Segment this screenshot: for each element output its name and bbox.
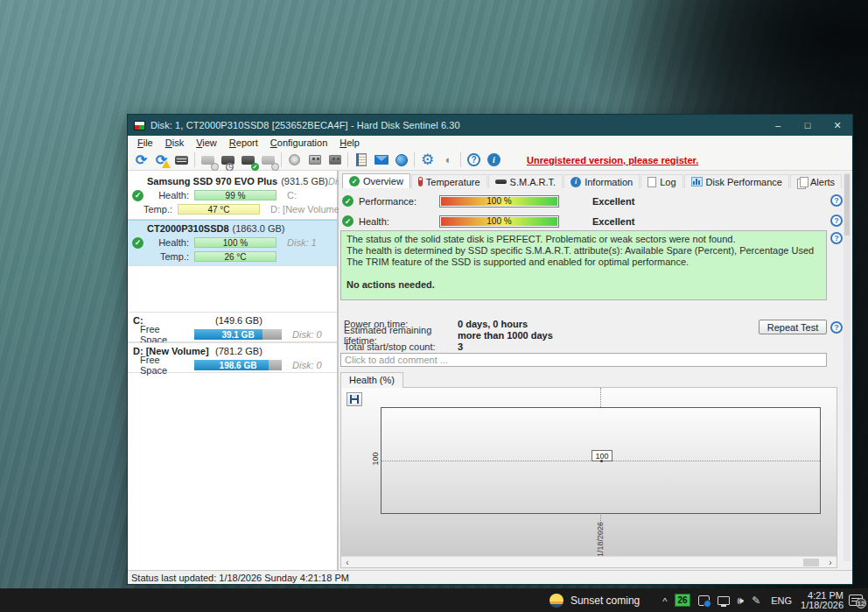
toolbar-separator bbox=[194, 152, 195, 167]
alerts-pages-icon bbox=[797, 177, 807, 187]
register-link[interactable]: Unregistered version, please register. bbox=[527, 155, 698, 165]
partition-size: (149.6 GB) bbox=[215, 315, 262, 326]
partition-item-c[interactable]: C: (149.6 GB) Free Space 39.1 GB Disk: 0 bbox=[128, 312, 337, 342]
scroll-right-arrow[interactable]: › bbox=[824, 557, 836, 568]
repeat-test-button[interactable]: Repeat Test bbox=[759, 320, 827, 334]
tab-overview[interactable]: ✓ Overview bbox=[342, 173, 410, 188]
tab-label: Information bbox=[584, 177, 633, 187]
repeat-test-help-icon[interactable]: ? bbox=[830, 321, 843, 334]
chart-area: 100 100 1/18/2026 ‹ › bbox=[340, 387, 837, 568]
tab-bar: ✓ Overview Temperature S.M.A.R.T. i Info… bbox=[342, 173, 843, 188]
disk-header: CT2000P310SSD8 (1863.0 GB) bbox=[128, 222, 337, 236]
usb-disk-icon[interactable] bbox=[325, 151, 345, 169]
volume-icon[interactable]: 🕪 bbox=[738, 594, 745, 607]
menu-report[interactable]: Report bbox=[223, 137, 264, 149]
temp-monitor-badge[interactable]: 26 bbox=[675, 594, 690, 607]
health-meter: 100 % bbox=[194, 237, 276, 248]
health-rating: Excellent bbox=[592, 216, 634, 227]
menu-file[interactable]: File bbox=[131, 137, 159, 149]
chart-tab-health[interactable]: Health (%) bbox=[340, 372, 403, 388]
vertical-scroll-thumb[interactable] bbox=[844, 174, 850, 236]
notification-center-icon[interactable]: 12 bbox=[849, 594, 863, 606]
comment-input[interactable]: Click to add comment ... bbox=[340, 353, 827, 367]
menu-configuration[interactable]: Configuration bbox=[264, 137, 333, 149]
weather-widget[interactable]: Sunset coming bbox=[550, 594, 640, 608]
disk-item-ct2000-selected[interactable]: CT2000P310SSD8 (1863.0 GB) ✓ Health: 100… bbox=[128, 220, 337, 266]
minimize-button[interactable]: – bbox=[763, 115, 793, 136]
status-text-box: The status of the solid state disk is PE… bbox=[340, 230, 827, 300]
partition-link-c[interactable]: C: bbox=[287, 190, 297, 200]
display-tray-icon[interactable] bbox=[718, 596, 730, 605]
tab-disk-performance[interactable]: Disk Performance bbox=[684, 174, 789, 188]
scroll-track[interactable] bbox=[354, 557, 824, 567]
log-page-icon bbox=[648, 177, 656, 187]
partition-item-d[interactable]: D: [New Volume] (781.2 GB) Free Space 19… bbox=[128, 342, 337, 373]
save-chart-button[interactable] bbox=[346, 392, 362, 406]
toolbar-separator bbox=[281, 152, 282, 167]
titlebar[interactable]: Disk: 1, CT2000P310SSD8 [253652BECA4F] -… bbox=[128, 115, 852, 136]
chart-scrollbar[interactable]: ‹ › bbox=[341, 556, 836, 567]
sound-icon[interactable]: ◖ bbox=[438, 151, 458, 169]
pen-icon[interactable]: ✎ bbox=[752, 594, 760, 607]
disk-clock-icon[interactable]: ◷ bbox=[218, 151, 238, 169]
menu-help[interactable]: Help bbox=[333, 137, 366, 149]
refresh-icon[interactable]: ⟳ bbox=[131, 151, 151, 169]
help-icon[interactable]: ? bbox=[464, 151, 484, 169]
disk-surface-icon[interactable] bbox=[172, 151, 192, 169]
partition-link-d[interactable]: D: [New Volume] bbox=[270, 204, 342, 215]
usb-device-icon[interactable] bbox=[304, 151, 325, 169]
temp-label: Temp.: bbox=[144, 251, 189, 262]
disk-magnify-icon[interactable] bbox=[258, 151, 278, 169]
floppy-icon bbox=[350, 395, 359, 404]
vertical-scrollbar[interactable] bbox=[844, 172, 850, 561]
round-disk-icon[interactable] bbox=[284, 151, 304, 169]
sunset-weather-icon bbox=[550, 594, 564, 608]
performance-help-icon[interactable]: ? bbox=[830, 194, 843, 207]
info-value: 0 days, 0 hours bbox=[458, 319, 528, 329]
notification-badge: 12 bbox=[856, 598, 866, 608]
disk-temp-row: Temp.: 47 °C D: [New Volume] bbox=[128, 202, 337, 216]
network-globe-icon[interactable] bbox=[391, 151, 411, 169]
disk-search-icon[interactable] bbox=[198, 151, 218, 169]
scroll-left-arrow[interactable]: ‹ bbox=[341, 557, 354, 568]
toolbar-separator bbox=[347, 152, 348, 167]
tab-log[interactable]: Log bbox=[640, 174, 682, 188]
tab-temperature[interactable]: Temperature bbox=[411, 174, 487, 188]
x-axis-date-label: 1/18/2026 bbox=[596, 518, 605, 560]
maximize-button[interactable]: □ bbox=[793, 115, 822, 136]
log-notepad-icon[interactable] bbox=[351, 151, 371, 169]
tab-label: Temperature bbox=[426, 177, 480, 187]
disk-item-samsung[interactable]: Samsung SSD 970 EVO Plus (931.5 GB) Disk… bbox=[128, 173, 337, 220]
disk-sidebar: Samsung SSD 970 EVO Plus (931.5 GB) Disk… bbox=[128, 171, 339, 570]
partition-free-row: Free Space 39.1 GB Disk: 0 bbox=[128, 327, 337, 341]
refresh-warning-icon[interactable]: ⟳ bbox=[151, 151, 172, 169]
taskbar-clock[interactable]: 4:21 PM 1/18/2026 bbox=[801, 591, 844, 610]
tab-smart[interactable]: S.M.A.R.T. bbox=[488, 174, 564, 188]
chevron-up-icon[interactable]: ^ bbox=[662, 596, 667, 607]
health-chart-group: Health (%) 100 100 1/18/2026 ‹ bbox=[340, 372, 837, 568]
overview-check-icon: ✓ bbox=[349, 176, 360, 186]
scroll-thumb[interactable] bbox=[803, 559, 819, 566]
desktop: Disk: 1, CT2000P310SSD8 [253652BECA4F] -… bbox=[0, 0, 868, 612]
teams-tray-icon[interactable] bbox=[698, 595, 710, 606]
weather-text: Sunset coming bbox=[570, 594, 640, 607]
info-icon[interactable]: i bbox=[484, 151, 504, 169]
tab-label: Alerts bbox=[810, 177, 835, 187]
free-space-bar: 198.6 GB bbox=[194, 360, 282, 370]
tab-label: Overview bbox=[363, 176, 403, 186]
tab-label: Log bbox=[660, 177, 676, 187]
health-help-icon[interactable]: ? bbox=[830, 215, 843, 227]
close-button[interactable]: ✕ bbox=[822, 115, 852, 136]
language-indicator[interactable]: ENG bbox=[771, 595, 792, 606]
tab-alerts[interactable]: Alerts bbox=[790, 174, 842, 188]
settings-gear-icon[interactable]: ⚙ bbox=[417, 151, 438, 169]
menu-view[interactable]: View bbox=[190, 137, 223, 149]
tab-information[interactable]: i Information bbox=[564, 174, 640, 188]
disk-number: Disk: 1 bbox=[287, 237, 317, 248]
menu-disk[interactable]: Disk bbox=[159, 137, 190, 149]
health-meter: 99 % bbox=[194, 190, 276, 200]
email-icon[interactable] bbox=[371, 151, 391, 169]
status-help-icon[interactable]: ? bbox=[830, 232, 843, 244]
disk-test-ok-icon[interactable]: ✓ bbox=[238, 151, 258, 169]
partition-disk-number: Disk: 0 bbox=[292, 329, 322, 340]
